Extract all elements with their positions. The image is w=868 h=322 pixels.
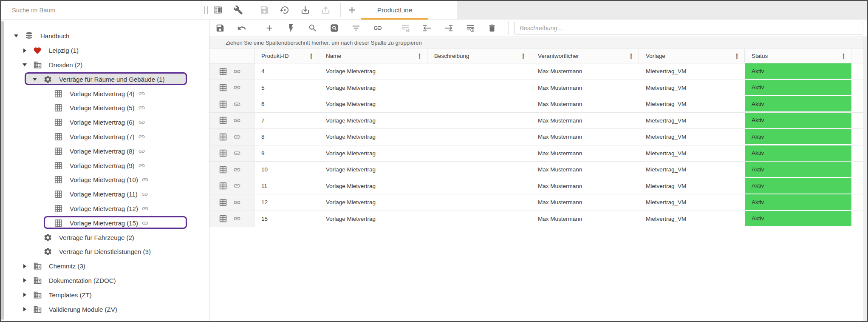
- column-header-vorlage[interactable]: Vorlage⋮: [639, 49, 745, 63]
- restore-button[interactable]: [279, 5, 290, 16]
- tab-productline[interactable]: ProductLine: [360, 1, 429, 19]
- column-menu-icon[interactable]: ⋮: [627, 52, 635, 60]
- tree-item[interactable]: Dokumentation (ZDOC): [1, 274, 209, 288]
- expand-arrow-right-icon[interactable]: [22, 264, 27, 268]
- tree-item[interactable]: Verträge für Dienstleistungen (3): [1, 245, 209, 259]
- link-button[interactable]: [233, 215, 241, 222]
- open-table-button[interactable]: [219, 182, 227, 190]
- link-button[interactable]: [233, 68, 241, 75]
- open-table-button[interactable]: [219, 149, 227, 157]
- collapse-left-button[interactable]: [421, 23, 432, 34]
- open-table-button[interactable]: [219, 100, 227, 108]
- table-row[interactable]: 6Vorlage MietvertragMax MustermannMietve…: [209, 96, 863, 113]
- open-table-button[interactable]: [219, 133, 227, 141]
- column-header-verantwortlicher[interactable]: Verantwortlicher⋮: [531, 49, 639, 63]
- column-header-name[interactable]: Name⋮: [319, 49, 427, 63]
- tree-item[interactable]: Vorlage Mietvertrag (11): [1, 187, 209, 202]
- description-filter-input[interactable]: [514, 22, 863, 34]
- column-header-status[interactable]: Status⋮: [745, 49, 851, 63]
- tree-item[interactable]: Leipzig (1): [1, 43, 209, 58]
- column-menu-icon[interactable]: ⋮: [519, 52, 527, 60]
- tree-item[interactable]: Vorlage Mietvertrag (7): [1, 130, 209, 144]
- open-table-button[interactable]: [219, 198, 227, 207]
- tree-item[interactable]: Vorlage Mietvertrag (4): [1, 86, 209, 101]
- link-button[interactable]: [233, 166, 241, 174]
- tree-item[interactable]: Validierung Module (ZV): [1, 302, 209, 316]
- tree-item[interactable]: Vorlage Mietvertrag (8): [1, 144, 209, 158]
- add-row-button[interactable]: [264, 23, 274, 34]
- search-button[interactable]: [307, 23, 318, 34]
- download-button[interactable]: [300, 5, 311, 16]
- tree-item[interactable]: Vorlage Mietvertrag (10): [1, 173, 209, 187]
- search-grid-button[interactable]: [329, 23, 339, 34]
- link-button[interactable]: [233, 199, 241, 206]
- column-menu-icon[interactable]: ⋮: [307, 52, 315, 60]
- filter-button[interactable]: [351, 23, 361, 34]
- table-row[interactable]: 4Vorlage MietvertragMax MustermannMietve…: [209, 63, 863, 80]
- tree-item[interactable]: Chemnitz (3): [1, 259, 209, 274]
- expand-arrow-right-icon[interactable]: [22, 278, 27, 282]
- tree-item[interactable]: Dresden (2): [1, 58, 209, 72]
- cell-verantwortlicher: Max Mustermann: [531, 96, 639, 112]
- add-tab-button[interactable]: [346, 5, 357, 16]
- flash-button[interactable]: [286, 23, 296, 34]
- vertical-scrollbar-gutter[interactable]: [863, 37, 867, 321]
- open-table-button[interactable]: [219, 83, 227, 92]
- table-row[interactable]: 7Vorlage MietvertragMax MustermannMietve…: [209, 113, 863, 129]
- link-button[interactable]: [233, 149, 241, 157]
- tree-item[interactable]: Verträge für Fahrzeuge (2): [1, 230, 209, 245]
- link-button[interactable]: [233, 117, 241, 124]
- open-table-button[interactable]: [219, 67, 227, 76]
- link-icon: [138, 90, 145, 97]
- grid-icon: [53, 117, 63, 128]
- building-icon: [33, 291, 42, 299]
- tree-item[interactable]: Templates (ZT): [1, 288, 209, 302]
- table-row[interactable]: 9Vorlage MietvertragMax MustermannMietve…: [209, 145, 863, 162]
- column-menu-icon[interactable]: ⋮: [840, 52, 848, 60]
- tree-item[interactable]: Handbuch: [1, 29, 209, 43]
- expand-right-button[interactable]: [443, 23, 454, 34]
- tree-item[interactable]: Vorlage Mietvertrag (5): [1, 101, 209, 115]
- open-table-button[interactable]: [219, 165, 227, 174]
- tree-item[interactable]: Vorlage Mietvertrag (15): [1, 216, 209, 230]
- tree-item[interactable]: Vorlage Mietvertrag (9): [1, 158, 209, 173]
- expand-arrow-right-icon[interactable]: [22, 48, 27, 53]
- link-button[interactable]: [233, 182, 241, 190]
- group-by-bar[interactable]: Ziehen Sie eine Spaltenüberschrift hierh…: [209, 37, 863, 48]
- undo-button[interactable]: [236, 23, 247, 34]
- expand-arrow-down-icon[interactable]: [32, 78, 37, 81]
- rows-history-button[interactable]: [465, 23, 475, 34]
- delete-button[interactable]: [486, 23, 497, 34]
- link-button[interactable]: [233, 100, 241, 108]
- table-row[interactable]: 12Vorlage MietvertragMax MustermannMietv…: [209, 194, 863, 211]
- open-table-button[interactable]: [219, 214, 227, 223]
- cell-status: Aktiv: [745, 145, 851, 161]
- table-row[interactable]: 11Vorlage MietvertragMax MustermannMietv…: [209, 178, 863, 195]
- panel-splitter-handle[interactable]: [203, 6, 209, 14]
- tree-item[interactable]: Vorlage Mietvertrag (6): [1, 115, 209, 130]
- column-header-produkt_id[interactable]: Produkt-ID⋮: [254, 49, 319, 63]
- link-button[interactable]: [372, 23, 383, 34]
- expand-arrow-down-icon[interactable]: [14, 34, 19, 37]
- column-menu-icon[interactable]: ⋮: [416, 52, 424, 60]
- filter-icon: [351, 23, 361, 33]
- expand-arrow-down-icon[interactable]: [22, 63, 27, 66]
- column-menu-icon[interactable]: ⋮: [733, 52, 741, 60]
- link-button[interactable]: [233, 133, 241, 141]
- link-button[interactable]: [233, 84, 241, 91]
- open-table-button[interactable]: [219, 116, 227, 125]
- save-button[interactable]: [215, 23, 225, 34]
- table-row[interactable]: 10Vorlage MietvertragMax MustermannMietv…: [209, 162, 863, 178]
- expand-arrow-right-icon[interactable]: [22, 307, 27, 311]
- table-row[interactable]: 5Vorlage MietvertragMax MustermannMietve…: [209, 80, 863, 97]
- tree-item[interactable]: Vorlage Mietvertrag (12): [1, 202, 209, 216]
- table-row[interactable]: 15Vorlage MietvertragMax MustermannMietv…: [209, 211, 863, 228]
- layout-panel-button[interactable]: [212, 5, 223, 16]
- wrench-button[interactable]: [232, 5, 243, 16]
- tree-item[interactable]: Verträge für Räume und Gebäude (1): [1, 72, 209, 86]
- grid-icon: [53, 146, 63, 156]
- table-row[interactable]: 8Vorlage MietvertragMax MustermannMietve…: [209, 129, 863, 145]
- expand-arrow-right-icon[interactable]: [22, 293, 27, 297]
- column-header-beschreibung[interactable]: Beschreibung⋮: [427, 49, 531, 63]
- tree-search-input[interactable]: [1, 1, 201, 19]
